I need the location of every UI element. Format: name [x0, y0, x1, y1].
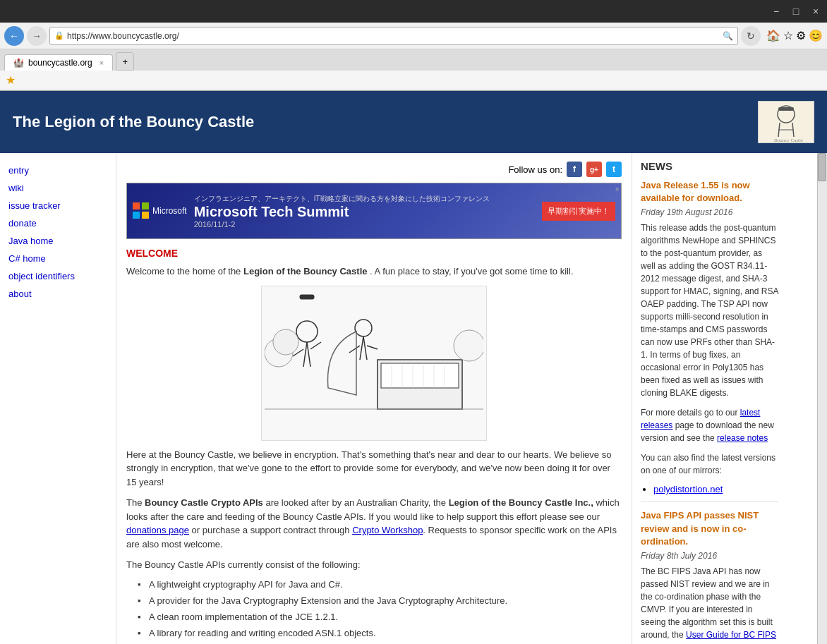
maximize-button[interactable]: □	[790, 6, 802, 17]
polydistortion-link[interactable]: polydistortion.net	[653, 484, 723, 494]
sidebar-item-csharp-home[interactable]: C# home	[0, 250, 116, 267]
tab-label: bouncycastle.org	[28, 58, 92, 68]
news-heading: NEWS	[641, 160, 778, 172]
settings-icon[interactable]: ⚙	[796, 29, 806, 42]
sidebar-item-issue-tracker[interactable]: issue tracker	[0, 197, 116, 214]
svg-line-24	[349, 346, 360, 353]
paragraph2: The Bouncy Castle Crypto APIs are looked…	[126, 496, 622, 551]
news-article-1-date: Friday 19th August 2016	[641, 207, 778, 217]
svg-line-18	[307, 342, 310, 367]
sidebar-item-donate[interactable]: donate	[0, 214, 116, 232]
vertical-scrollbar[interactable]	[817, 153, 827, 644]
tab-close-button[interactable]: ×	[99, 59, 104, 67]
list-item: A library for reading and writing encode…	[140, 628, 622, 638]
intro-bold: Legion of the Bouncy Castle	[243, 266, 368, 277]
ad-text: インフラエンジニア、アーキテクト、IT戦略立案に関わる方を対象にした技術コンファ…	[194, 194, 542, 229]
svg-line-22	[360, 336, 363, 360]
svg-rect-2	[778, 107, 794, 111]
back-button[interactable]: ←	[4, 26, 24, 46]
address-input[interactable]	[67, 31, 720, 41]
legion-bold: Legion of the Bouncy Castle Inc.,	[449, 497, 593, 508]
header-logo-image: Bouncy Castle	[758, 101, 814, 143]
scrollbar-thumb[interactable]	[818, 153, 826, 181]
mirrors-list: polydistortion.net	[653, 484, 778, 494]
ms-sq-yellow	[142, 212, 149, 219]
news-article-2-date: Friday 8th July 2016	[641, 551, 778, 561]
bookmark-star-icon: ★	[6, 73, 16, 87]
sidebar-item-about[interactable]: about	[0, 285, 116, 303]
reload-button[interactable]: ↻	[741, 26, 761, 46]
tab-bar: 🏰 bouncycastle.org × +	[0, 49, 827, 71]
latest-releases-link[interactable]: latest releases	[641, 408, 760, 430]
tab-favicon: 🏰	[13, 58, 24, 68]
ms-sq-blue	[133, 212, 140, 219]
donations-page-link[interactable]: donations page	[126, 525, 189, 535]
news-divider	[641, 502, 778, 502]
follow-us-label: Follow us on:	[508, 164, 562, 175]
address-bar-container: 🔒 🔍	[49, 27, 738, 45]
twitter-icon[interactable]: t	[606, 162, 622, 177]
forward-button[interactable]: →	[27, 26, 47, 46]
welcome-heading: WELCOME	[126, 248, 622, 259]
ms-sq-red	[133, 202, 140, 209]
crypto-workshop-link[interactable]: Crypto Workshop	[352, 525, 423, 535]
bouncy-castle-apis-bold: Bouncy Castle Crypto APIs	[145, 497, 263, 508]
google-plus-icon[interactable]: g+	[586, 162, 602, 177]
list-item: A clean room implementation of the JCE 1…	[140, 612, 622, 622]
news-sidebar: NEWS Java Release 1.55 is now available …	[632, 153, 787, 644]
site-icon: 🔒	[54, 31, 64, 40]
news-article-2-body: The BC FIPS Java API has now passed NIST…	[641, 565, 778, 644]
ad-company-name: Microsoft	[152, 206, 187, 216]
ad-cta-button[interactable]: 早期割引実施中！	[542, 202, 615, 221]
sidebar: entry wiki issue tracker donate Java hom…	[0, 153, 116, 644]
user-icon[interactable]: 😊	[809, 29, 823, 42]
release-notes-link[interactable]: release notes	[717, 433, 768, 443]
active-tab[interactable]: 🏰 bouncycastle.org ×	[4, 54, 113, 71]
ms-sq-green	[142, 202, 149, 209]
social-bar: Follow us on: f g+ t	[126, 162, 622, 177]
main-content: Follow us on: f g+ t Microsoft イン	[116, 153, 632, 644]
facebook-icon[interactable]: f	[567, 162, 582, 177]
news-article-1-more: For more details go to our latest releas…	[641, 406, 778, 444]
sidebar-item-entry[interactable]: entry	[0, 162, 116, 179]
svg-point-27	[273, 329, 298, 355]
list-item: A lightweight cryptography API for Java …	[140, 579, 622, 590]
microsoft-logo	[133, 202, 150, 219]
ad-logo: Microsoft	[133, 202, 187, 219]
svg-point-28	[454, 330, 483, 361]
intro-paragraph: Welcome to the home of the Legion of the…	[126, 265, 622, 279]
main-layout: entry wiki issue tracker donate Java hom…	[0, 153, 827, 644]
features-list: A lightweight cryptography API for Java …	[140, 579, 622, 645]
sidebar-item-object-identifiers[interactable]: object identifiers	[0, 267, 116, 285]
home-icon[interactable]: 🏠	[766, 29, 780, 42]
search-icon[interactable]: 🔍	[723, 31, 733, 41]
svg-line-25	[367, 346, 378, 349]
sidebar-item-wiki[interactable]: wiki	[0, 179, 116, 197]
paragraph3: The Bouncy Castle APIs currently consist…	[126, 558, 622, 572]
svg-point-21	[355, 320, 372, 336]
svg-text:Bouncy Castle: Bouncy Castle	[774, 138, 803, 142]
news-article-1-body: This release adds the post-quantum algor…	[641, 221, 778, 399]
svg-rect-16	[300, 295, 314, 299]
bookmark-icon[interactable]: ☆	[783, 29, 793, 42]
ad-banner: Microsoft インフラエンジニア、アーキテクト、IT戦略立案に関わる方を対…	[126, 183, 622, 239]
sidebar-item-java-home[interactable]: Java home	[0, 232, 116, 250]
page-title: The Legion of the Bouncy Castle	[13, 113, 254, 131]
navigation-bar: ← → 🔒 🔍 ↻ 🏠 ☆ ⚙ 😊	[0, 23, 827, 49]
svg-point-15	[296, 321, 318, 342]
news-article-1-title: Java Release 1.55 is now available for d…	[641, 179, 778, 205]
news-article-2-title: Java FIPS API passes NIST review and is …	[641, 509, 778, 548]
news-mirrors-text: You can also find the latest versions on…	[641, 451, 778, 477]
svg-rect-8	[381, 363, 459, 388]
close-button[interactable]: ×	[810, 6, 821, 17]
minimize-button[interactable]: −	[771, 6, 782, 17]
news-body-text: This release adds the post-quantum algor…	[641, 223, 778, 398]
list-item: A provider for the Java Cryptography Ext…	[140, 595, 622, 606]
bouncy-castle-illustration	[261, 286, 487, 441]
svg-line-20	[310, 342, 321, 349]
ad-tagline: インフラエンジニア、アーキテクト、IT戦略立案に関わる方を対象にした技術コンファ…	[194, 194, 542, 204]
page-header: The Legion of the Bouncy Castle Bouncy C…	[0, 91, 827, 153]
svg-line-23	[363, 336, 367, 360]
new-tab-button[interactable]: +	[116, 52, 134, 71]
ad-close-button[interactable]: ×	[615, 185, 620, 193]
